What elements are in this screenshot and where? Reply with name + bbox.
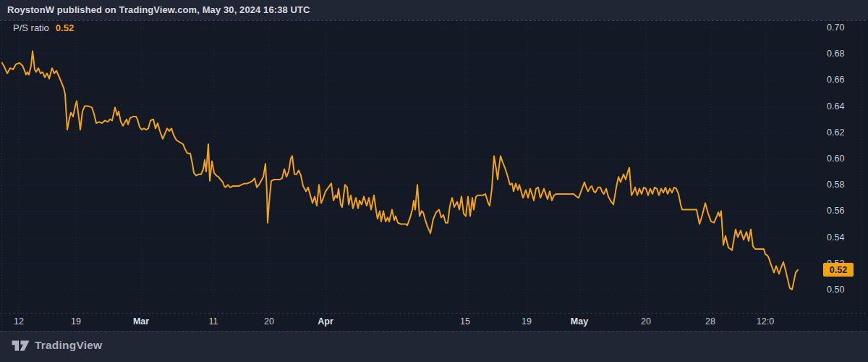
- time-tick-label: 19: [60, 316, 92, 327]
- price-tick-label: 0.50: [827, 284, 844, 295]
- price-tick-label: 0.60: [827, 153, 844, 164]
- price-chart-canvas[interactable]: [0, 0, 868, 362]
- price-tick-label: 0.68: [827, 48, 844, 59]
- price-tick-label: 0.54: [827, 232, 844, 243]
- price-tick-label: 0.66: [827, 74, 844, 85]
- price-tick-label: 0.70: [827, 22, 844, 33]
- price-tick-label: 0.56: [827, 205, 844, 216]
- time-tick-label: 12:0: [749, 316, 781, 327]
- time-tick-label: 28: [694, 316, 726, 327]
- series-name-label: P/S ratio: [13, 22, 49, 33]
- series-legend: P/S ratio 0.52: [13, 22, 74, 33]
- time-tick-label: Mar: [125, 316, 157, 327]
- time-tick-label: 11: [197, 316, 229, 327]
- price-tick-label: 0.62: [827, 127, 844, 138]
- time-tick-label: 20: [253, 316, 285, 327]
- ps-ratio-line-series: [2, 51, 798, 290]
- time-tick-label: Apr: [310, 316, 341, 327]
- time-tick-label: 12: [3, 316, 35, 327]
- last-price-badge: 0.52: [823, 263, 854, 277]
- tradingview-logo-icon: [12, 340, 30, 352]
- tradingview-brand-link[interactable]: TradingView: [12, 336, 102, 355]
- tradingview-brand-text: TradingView: [35, 339, 102, 352]
- tradingview-published-chart: RoystonW published on TradingView.com, M…: [0, 0, 868, 362]
- time-tick-label: 19: [511, 316, 542, 327]
- time-tick-label: 15: [449, 316, 481, 327]
- price-tick-label: 0.64: [827, 101, 844, 112]
- series-current-value: 0.52: [56, 22, 74, 33]
- time-tick-label: 20: [630, 316, 662, 327]
- time-tick-label: May: [563, 316, 595, 327]
- price-tick-label: 0.58: [827, 179, 844, 190]
